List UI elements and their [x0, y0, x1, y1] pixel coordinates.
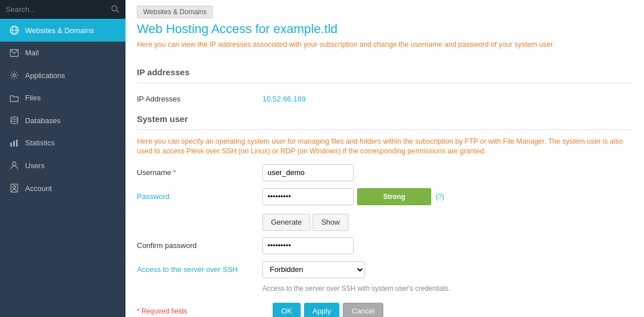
sidebar-label-applications: Applications [25, 71, 65, 80]
sidebar-label-users: Users [25, 161, 44, 170]
sidebar-item-mail[interactable]: Mail [0, 42, 125, 64]
svg-point-6 [13, 74, 16, 77]
system-user-info: Here you can specify an operating system… [137, 137, 633, 157]
folder-icon [9, 94, 19, 102]
content-area: IP addresses IP Addresses 10.52.66.189 S… [125, 56, 644, 318]
divider-system-user [137, 129, 633, 130]
sidebar-item-files[interactable]: Files [0, 87, 125, 109]
sidebar-item-databases[interactable]: Databases [0, 109, 125, 132]
password-label: Password [137, 192, 262, 201]
password-input[interactable] [262, 188, 354, 205]
apply-button[interactable]: Apply [304, 303, 340, 318]
footer-row: * Required fields OK Apply Cancel [137, 297, 633, 318]
system-user-title: System user [137, 114, 633, 124]
page-info-text: Here you can view the IP addresses assoc… [137, 40, 633, 50]
breadcrumb[interactable]: Websites & Domains [137, 6, 213, 18]
sidebar-label-files: Files [25, 94, 40, 102]
password-strength-bar: Strong [357, 188, 431, 205]
svg-point-13 [13, 186, 16, 189]
ssh-access-label: Access to the server over SSH [137, 265, 262, 274]
ip-address-value: 10.52.66.189 [262, 95, 306, 103]
page-title: Web Hosting Access for example.tld [137, 22, 633, 36]
svg-point-7 [11, 117, 18, 119]
svg-line-1 [116, 10, 119, 13]
ssh-access-row: Access to the server over SSH Forbidden … [137, 261, 633, 279]
cancel-button[interactable]: Cancel [343, 303, 383, 318]
globe-icon [9, 26, 19, 35]
svg-point-0 [112, 6, 117, 11]
sidebar-item-account[interactable]: Account [0, 177, 125, 200]
confirm-password-label: Confirm password [137, 241, 262, 250]
ip-section-title: IP addresses [137, 67, 633, 77]
show-button[interactable]: Show [313, 214, 349, 231]
bar-chart-icon [9, 139, 19, 147]
confirm-password-row: Confirm password [137, 237, 633, 255]
account-icon [9, 184, 19, 193]
page-header: Web Hosting Access for example.tld Here … [125, 18, 644, 56]
required-fields-text: Required fields [141, 307, 187, 315]
ok-button[interactable]: OK [273, 303, 301, 318]
search-icon [111, 5, 120, 14]
username-input[interactable] [262, 164, 354, 181]
sidebar-item-statistics[interactable]: Statistics [0, 132, 125, 154]
password-row: Password Strong (?) [137, 188, 633, 206]
password-help-link[interactable]: (?) [436, 193, 444, 201]
sidebar-item-users[interactable]: Users [0, 154, 125, 177]
generate-show-row: Generate Show [137, 212, 633, 231]
domain-name: example.tld [273, 22, 338, 36]
sidebar-item-websites-domains[interactable]: Websites & Domains [0, 19, 125, 42]
generate-show-buttons: Generate Show [262, 214, 349, 231]
ip-address-label: IP Addresses [137, 95, 262, 103]
sidebar: Websites & Domains Mail Applications [0, 0, 125, 317]
svg-point-11 [13, 162, 16, 165]
main-content: Websites & Domains Web Hosting Access fo… [125, 0, 644, 317]
mail-icon [9, 49, 19, 57]
svg-rect-8 [10, 143, 12, 147]
database-icon [9, 116, 19, 125]
required-fields-note: * Required fields [137, 307, 187, 315]
system-user-section: System user Here you can specify an oper… [137, 114, 633, 318]
ssh-access-select[interactable]: Forbidden Allowed [262, 261, 365, 278]
ip-address-row: IP Addresses 10.52.66.189 [137, 90, 633, 108]
svg-rect-10 [16, 140, 18, 147]
user-icon [9, 161, 19, 170]
username-row: Username * [137, 164, 633, 182]
sidebar-item-applications[interactable]: Applications [0, 64, 125, 87]
sidebar-label-websites-domains: Websites & Domains [25, 26, 94, 35]
search-input[interactable] [6, 5, 111, 14]
svg-rect-9 [13, 141, 15, 147]
sidebar-nav: Websites & Domains Mail Applications [0, 19, 125, 317]
ip-addresses-section: IP addresses IP Addresses 10.52.66.189 [137, 67, 633, 108]
confirm-password-input[interactable] [262, 237, 354, 254]
generate-button[interactable]: Generate [262, 214, 310, 231]
sidebar-label-account: Account [25, 184, 52, 193]
gear-icon [9, 71, 19, 80]
breadcrumb-bar: Websites & Domains [125, 0, 644, 18]
search-box[interactable] [0, 0, 125, 19]
divider-ip [137, 83, 633, 83]
sidebar-label-databases: Databases [25, 116, 60, 125]
username-label: Username * [137, 168, 262, 177]
sidebar-label-mail: Mail [25, 48, 39, 57]
ssh-note: Access to the server over SSH with syste… [262, 285, 633, 292]
sidebar-label-statistics: Statistics [25, 139, 55, 147]
required-asterisk: * [173, 168, 176, 177]
